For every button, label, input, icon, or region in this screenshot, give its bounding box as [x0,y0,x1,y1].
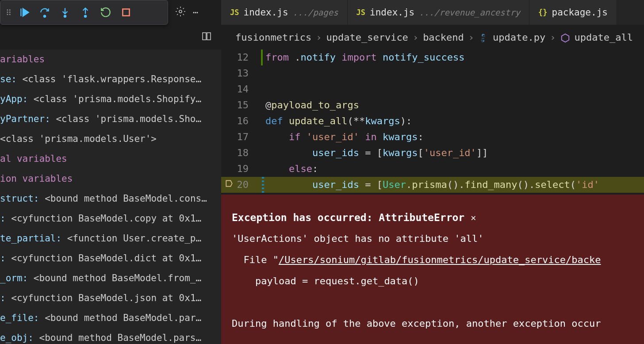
code-line[interactable]: 14 [221,81,644,97]
editor-tabs: JS index.js .../pages JS index.js .../re… [221,0,644,25]
restart-button[interactable] [96,3,115,22]
line-number: 16 [221,113,261,129]
split-editor-icon[interactable] [201,31,212,43]
variable-row[interactable]: se: <class 'flask.wrappers.Response… [0,69,221,89]
breadcrumb-file[interactable]: update.py [493,32,545,43]
variable-row[interactable]: e_obj: <bound method BaseModel.pars… [0,328,221,344]
line-number: 15 [221,97,261,113]
error-file-link[interactable]: /Users/sonium/gitlab/fusionmetrics/updat… [279,254,601,265]
js-file-icon: JS [356,8,365,17]
breadcrumb-segment[interactable]: update_service [326,32,408,43]
code-line[interactable]: 15@payload_to_args [221,97,644,113]
continue-button[interactable] [15,3,34,22]
line-number: 12 [221,50,261,65]
variable-row[interactable]: yApp: <class 'prisma.models.Shopify… [0,89,221,109]
step-out-button[interactable] [76,3,95,22]
tab-filename: package.js [552,7,608,18]
code-line[interactable]: 19 else: [221,161,644,177]
stop-button[interactable] [117,3,135,22]
error-title-row: Exception has occurred: AttributeError ✕ [232,209,633,226]
svg-point-4 [179,10,182,13]
variable-row[interactable]: <class 'prisma.models.User'> [0,129,221,149]
step-into-button[interactable] [56,3,74,22]
breadcrumb-segment[interactable]: backend [423,32,464,43]
code-line[interactable]: 17 if 'user_id' in kwargs: [221,129,644,145]
code-line[interactable]: 12from .notify import notify_success [221,50,644,65]
tab-package[interactable]: {} package.js [529,0,617,25]
breadcrumb-segment[interactable]: fusionmetrics [235,32,311,43]
variable-row[interactable]: : <cyfunction BaseModel.json at 0x1… [0,288,221,308]
code-content: user_ids = [kwargs['user_id']] [261,145,488,161]
svg-rect-6 [207,33,211,40]
code-editor[interactable]: 12from .notify import notify_success1314… [221,50,644,195]
error-spacer [232,336,633,344]
code-line[interactable]: 13 [221,65,644,81]
code-line[interactable]: 16def update_all(**kwargs): [221,113,644,129]
svg-point-1 [64,15,66,17]
json-file-icon: {} [538,8,547,17]
tab-filename: index.js [370,7,414,18]
svg-rect-5 [203,33,206,40]
variable-row[interactable]: struct: <bound method BaseModel.cons… [0,189,221,209]
chevron-right-icon: › [550,32,556,43]
variable-row[interactable]: : <cyfunction BaseModel.copy at 0x1… [0,209,221,229]
variable-row[interactable]: : <cyfunction BaseModel.dict at 0x1… [0,248,221,268]
svg-point-0 [44,15,46,17]
tab-path: .../revenue_ancestry [419,8,520,17]
code-content [261,81,265,97]
tab-index-pages[interactable]: JS index.js .../pages [221,0,348,25]
settings-icon[interactable] [175,6,186,19]
variable-row[interactable]: yPartner: <class 'prisma.models.Sho… [0,109,221,129]
breadcrumb: fusionmetrics › update_service › backend… [221,25,644,50]
variable-row[interactable]: _orm: <bound method BaseModel.from_… [0,268,221,288]
error-during: During handling of the above exception, … [232,315,633,333]
python-file-icon [479,32,488,43]
line-number: 14 [221,81,261,97]
more-icon[interactable]: ⋯ [193,7,198,18]
close-icon[interactable]: ✕ [471,209,476,226]
breadcrumb-symbol[interactable]: update_all [575,32,633,43]
breakpoint-indicator-icon[interactable] [225,177,234,193]
code-line[interactable]: 20 user_ids = [User.prisma().find_many()… [221,177,644,193]
tab-index-revenue[interactable]: JS index.js .../revenue_ancestry [348,0,529,25]
line-number: 17 [221,129,261,145]
symbol-method-icon [560,32,570,43]
svg-point-2 [84,15,86,17]
toolbar-extras: ⋯ [168,0,205,25]
line-number: 19 [221,161,261,177]
chevron-right-icon: › [316,32,322,43]
error-spacer [232,294,633,311]
code-content: else: [261,161,318,177]
tab-filename: index.js [243,7,288,18]
step-over-button[interactable] [35,3,54,22]
modified-line-indicator [262,177,264,193]
code-line[interactable]: 18 user_ids = [kwargs['user_id']] [221,145,644,161]
error-code-line: payload = request.get_data() [232,272,633,290]
error-panel-arrow [280,195,292,195]
svg-rect-3 [123,9,129,15]
tab-path: .../pages [293,8,338,17]
error-title: Exception has occurred: AttributeError [232,209,464,226]
chevron-right-icon: › [468,32,474,43]
code-content: user_ids = [User.prisma().find_many().se… [261,177,599,193]
debug-toolbar: ⠿ [0,0,168,25]
variable-row[interactable]: ariables [0,50,221,69]
drag-handle-icon[interactable]: ⠿ [4,8,13,17]
exception-panel: Exception has occurred: AttributeError ✕… [221,195,644,344]
variable-row[interactable]: te_partial: <function User.create_p… [0,229,221,248]
code-content: @payload_to_args [261,97,359,113]
line-number: 13 [221,65,261,81]
code-content: if 'user_id' in kwargs: [261,129,424,145]
error-message: 'UserActions' object has no attribute 'a… [232,230,633,248]
variable-row[interactable]: ion variables [0,169,221,189]
error-trace-line: File "/Users/sonium/gitlab/fusionmetrics… [232,251,633,269]
code-content: from .notify import notify_success [261,50,464,65]
variable-row[interactable]: al variables [0,149,221,169]
code-content [261,65,265,81]
js-file-icon: JS [230,8,239,17]
code-content: def update_all(**kwargs): [261,113,412,129]
line-number: 18 [221,145,261,161]
variable-row[interactable]: e_file: <bound method BaseModel.par… [0,308,221,328]
variables-panel: ariablesse: <class 'flask.wrappers.Respo… [0,50,221,344]
chevron-right-icon: › [413,32,418,43]
